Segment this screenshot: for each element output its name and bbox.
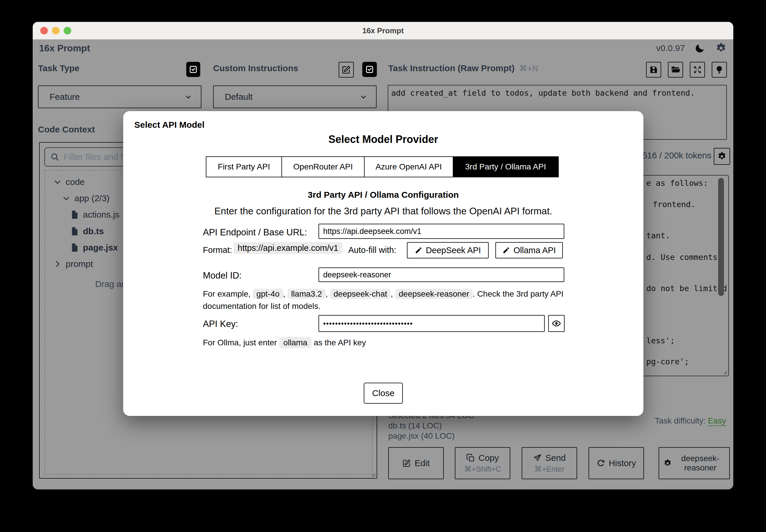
prompt-tips-button[interactable] [712,62,727,78]
token-settings-button[interactable] [714,148,730,165]
scrollbar-thumb[interactable] [718,178,724,296]
dialog-title: Select API Model [134,120,205,130]
custom-instructions-enabled-checkbox[interactable] [362,62,377,77]
autofill-ollama-label: Ollama API [513,246,556,255]
settings-button[interactable] [715,42,727,54]
custom-instructions-value: Default [225,92,253,102]
history-icon [597,459,605,468]
final-prompt-fragment: do not be limited [646,284,727,293]
app-header: 16x Prompt v0.0.97 [33,39,733,57]
custom-instructions-select[interactable]: Default [213,85,377,108]
chevron-down-icon [53,178,62,186]
lightbulb-icon [715,65,724,74]
selection-line: page.jsx (40 LOC) [388,431,474,441]
model-example-chip: llama3.2 [288,289,326,299]
copy-button-label: Copy [478,453,499,463]
tree-item-page-jsx[interactable]: page.jsx [71,243,118,253]
send-button[interactable]: Send ⌘+Enter [522,447,577,479]
eye-icon [552,319,561,328]
chevron-down-icon [359,92,368,101]
configuration-heading: 3rd Party API / Ollama Configuration [123,190,643,200]
dark-mode-toggle[interactable] [695,43,705,53]
format-label: Format: [203,245,232,255]
send-button-label: Send [545,453,566,463]
history-button-label: History [609,458,636,468]
final-prompt-fragment: tant. [646,231,670,240]
edit-custom-instructions-button[interactable] [339,62,354,78]
tree-item-app[interactable]: app (2/3) [62,193,109,203]
edit-button-label: Edit [414,458,430,468]
ollama-key-note: For Ollma, just enter ollama as the API … [203,338,366,347]
model-example-chip: gpt-4o [253,289,283,299]
load-prompt-button[interactable] [668,62,683,78]
final-prompt-fragment: d. Use comments [646,253,718,262]
final-prompt-fragment: frontend. [653,200,695,209]
app-window: 16x Prompt 16x Prompt v0.0.97 Task Type … [33,22,733,489]
file-icon [71,210,79,219]
file-icon [71,243,79,252]
tab-3rd-party-ollama-api[interactable]: 3rd Party / Ollama API [453,156,559,177]
tree-item-label: app (2/3) [74,193,109,203]
ollama-chip: ollama [279,337,311,348]
gear-icon [663,459,672,468]
model-id-input[interactable] [319,267,564,282]
save-prompt-button[interactable] [646,62,661,78]
copy-shortcut: ⌘+Shift+C [464,465,501,474]
tree-item-label: page.jsx [83,243,118,253]
tree-item-label: code [66,177,85,187]
model-id-hint: For example, gpt-4o, llama3.2, deepseek-… [203,288,577,312]
configuration-description: Enter the configuration for the 3rd part… [123,206,643,217]
pencil-icon [502,246,510,254]
tree-item-actions-js[interactable]: actions.js [71,210,119,220]
custom-instructions-label: Custom Instructions [213,63,298,73]
task-type-enabled-checkbox[interactable] [186,62,200,77]
new-task-shortcut: ⌘+N [519,64,538,73]
tree-item-label: actions.js [83,210,119,220]
tree-item-label: prompt [66,259,93,269]
pencil-square-icon [402,459,411,468]
reveal-api-key-button[interactable] [548,315,564,332]
task-type-value: Feature [50,92,80,102]
tree-item-prompt[interactable]: prompt [53,259,93,269]
panel-resize-handle[interactable] [371,473,376,477]
window-title: 16x Prompt [362,26,404,35]
history-button[interactable]: History [589,447,644,479]
task-type-label: Task Type [38,63,79,73]
moon-icon [695,43,705,53]
code-context-label: Code Context [38,125,95,134]
expand-prompt-button[interactable] [690,62,705,78]
send-icon [533,454,542,462]
gear-icon [715,42,727,54]
tab-azure-openai-api[interactable]: Azure OpenAI API [364,156,453,177]
arrows-expand-icon [693,65,702,74]
final-prompt-fragment: e as follows: [646,179,708,188]
chevron-down-icon [62,194,70,202]
provider-tabs: First Party API OpenRouter API Azure Ope… [206,156,559,177]
zoom-traffic-light[interactable] [64,27,71,34]
endpoint-input[interactable] [319,224,564,239]
autofill-deepseek-label: DeepSeek API [426,246,481,255]
autofill-deepseek-button[interactable]: DeepSeek API [407,242,489,258]
autofill-ollama-button[interactable]: Ollama API [495,242,563,258]
search-icon [50,152,59,162]
copy-button[interactable]: Copy ⌘+Shift+C [455,447,510,479]
tab-openrouter-api[interactable]: OpenRouter API [282,156,365,177]
close-traffic-light[interactable] [40,27,48,34]
tree-item-db-ts[interactable]: db.ts [71,226,104,236]
version-label: v0.0.97 [656,43,685,53]
model-name-label: deepseek-reasoner [676,454,725,473]
tree-item-code[interactable]: code [53,177,85,187]
minimize-traffic-light[interactable] [52,27,59,34]
gear-icon [717,151,727,161]
copy-icon [466,454,475,462]
model-selector-button[interactable]: deepseek-reasoner [659,447,730,479]
close-dialog-button[interactable]: Close [364,383,403,404]
api-key-input[interactable] [319,315,545,332]
task-type-select[interactable]: Feature [38,85,202,108]
chevron-right-icon [53,260,62,268]
textarea-resize-handle[interactable] [723,370,727,375]
app-title: 16x Prompt [39,43,90,54]
edit-button[interactable]: Edit [388,447,444,479]
task-difficulty-value[interactable]: Easy [708,416,726,426]
tab-first-party-api[interactable]: First Party API [206,156,282,177]
